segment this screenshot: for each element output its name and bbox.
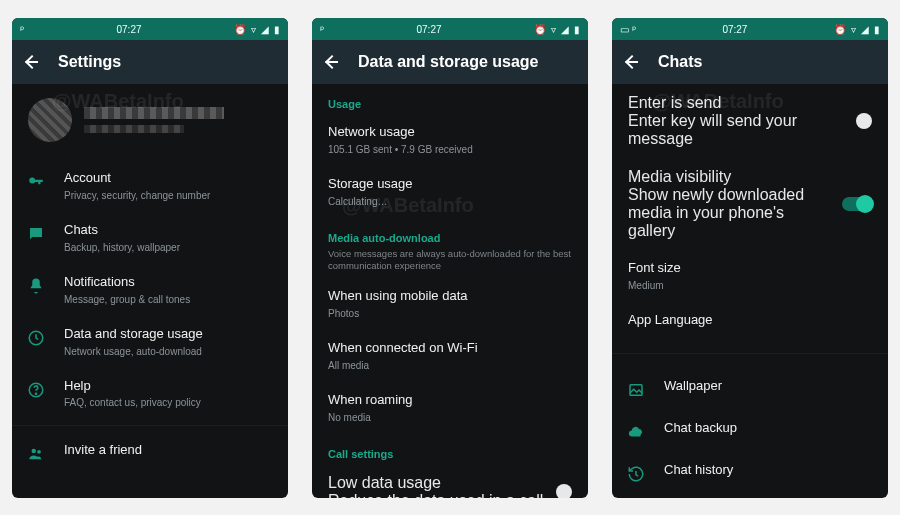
app-bar: Chats xyxy=(612,40,888,84)
item-subtitle: No media xyxy=(328,411,572,424)
divider xyxy=(12,425,288,426)
item-subtitle: Show newly downloaded media in your phon… xyxy=(628,186,832,240)
settings-item-invite[interactable]: Invite a friend xyxy=(12,432,288,474)
item-subtitle: Calculating… xyxy=(328,195,572,208)
status-bar: ᵖ 07:27 ⏰ ▿ ◢ ▮ xyxy=(12,18,288,40)
status-bar: ᵖ 07:27 ⏰ ▿ ◢ ▮ xyxy=(312,18,588,40)
alarm-icon: ⏰ xyxy=(534,24,546,35)
svg-rect-5 xyxy=(630,385,642,396)
item-title: Font size xyxy=(628,260,872,277)
item-title: When connected on Wi-Fi xyxy=(328,340,572,357)
settings-item-notifications[interactable]: Notifications Message, group & call tone… xyxy=(12,264,288,316)
item-title: Network usage xyxy=(328,124,572,141)
status-time: 07:27 xyxy=(722,24,747,35)
avatar xyxy=(28,98,72,142)
chats-wallpaper[interactable]: Wallpaper xyxy=(612,368,888,410)
item-title: When roaming xyxy=(328,392,572,409)
item-title: When using mobile data xyxy=(328,288,572,305)
chats-enter-send[interactable]: Enter is send Enter key will send your m… xyxy=(612,84,888,158)
page-title: Chats xyxy=(658,53,702,71)
status-time: 07:27 xyxy=(116,24,141,35)
item-subtitle: Photos xyxy=(328,307,572,320)
phone-data-storage: ᵖ 07:27 ⏰ ▿ ◢ ▮ Data and storage usage @… xyxy=(312,18,588,498)
status-time: 07:27 xyxy=(416,24,441,35)
back-icon[interactable] xyxy=(24,54,40,70)
item-subtitle: 105.1 GB sent • 7.9 GB received xyxy=(328,143,572,156)
app-bar: Data and storage usage xyxy=(312,40,588,84)
chats-history[interactable]: Chat history xyxy=(612,452,888,494)
profile-status-blurred xyxy=(84,125,184,133)
p-icon: ▭ ᵖ xyxy=(620,24,636,35)
media-mobile[interactable]: When using mobile data Photos xyxy=(312,278,588,330)
image-icon xyxy=(626,380,646,400)
item-title: Media visibility xyxy=(628,168,832,186)
item-subtitle: Enter key will send your message xyxy=(628,112,846,148)
settings-item-account[interactable]: Account Privacy, security, change number xyxy=(12,160,288,212)
settings-item-chats[interactable]: Chats Backup, history, wallpaper xyxy=(12,212,288,264)
item-title: Notifications xyxy=(64,274,272,291)
phone-settings: ᵖ 07:27 ⏰ ▿ ◢ ▮ Settings @WABetaInfo Acc… xyxy=(12,18,288,498)
item-title: Data and storage usage xyxy=(64,326,272,343)
battery-icon: ▮ xyxy=(274,24,280,35)
item-title: Storage usage xyxy=(328,176,572,193)
chats-backup[interactable]: Chat backup xyxy=(612,410,888,452)
signal-icon: ◢ xyxy=(861,24,869,35)
app-bar: Settings xyxy=(12,40,288,84)
p-icon: ᵖ xyxy=(320,24,324,35)
item-subtitle: All media xyxy=(328,359,572,372)
battery-icon: ▮ xyxy=(874,24,880,35)
wifi-icon: ▿ xyxy=(851,24,856,35)
section-call: Call settings xyxy=(312,434,588,464)
alarm-icon: ⏰ xyxy=(234,24,246,35)
phone-chats: ▭ ᵖ 07:27 ⏰ ▿ ◢ ▮ Chats @WABetaInfo Ente… xyxy=(612,18,888,498)
people-icon xyxy=(26,444,46,464)
item-title: Chat history xyxy=(664,462,872,479)
settings-item-help[interactable]: Help FAQ, contact us, privacy policy xyxy=(12,368,288,420)
alarm-icon: ⏰ xyxy=(834,24,846,35)
item-subtitle: Network usage, auto-download xyxy=(64,345,272,358)
key-icon xyxy=(26,172,46,192)
section-media-sub: Voice messages are always auto-downloade… xyxy=(312,248,588,279)
history-icon xyxy=(626,464,646,484)
item-title: Chat backup xyxy=(664,420,872,437)
status-bar: ▭ ᵖ 07:27 ⏰ ▿ ◢ ▮ xyxy=(612,18,888,40)
toggle-off-indicator[interactable] xyxy=(556,484,572,498)
item-subtitle: Reduce the data used in a call xyxy=(328,492,546,498)
svg-point-4 xyxy=(37,450,41,454)
item-title: Wallpaper xyxy=(664,378,872,395)
cloud-icon xyxy=(626,422,646,442)
bell-icon xyxy=(26,276,46,296)
settings-item-data[interactable]: Data and storage usage Network usage, au… xyxy=(12,316,288,368)
item-subtitle: FAQ, contact us, privacy policy xyxy=(64,396,272,409)
svg-point-3 xyxy=(32,449,37,454)
data-icon xyxy=(26,328,46,348)
item-subtitle: Privacy, security, change number xyxy=(64,189,272,202)
item-title: Low data usage xyxy=(328,474,546,492)
usage-network[interactable]: Network usage 105.1 GB sent • 7.9 GB rec… xyxy=(312,114,588,166)
chats-app-language[interactable]: App Language xyxy=(612,302,888,339)
call-low-data[interactable]: Low data usage Reduce the data used in a… xyxy=(312,464,588,498)
item-title: Account xyxy=(64,170,272,187)
switch-on[interactable] xyxy=(842,197,872,211)
svg-point-2 xyxy=(35,393,36,394)
item-title: Enter is send xyxy=(628,94,846,112)
help-icon xyxy=(26,380,46,400)
item-subtitle: Backup, history, wallpaper xyxy=(64,241,272,254)
chats-media-visibility[interactable]: Media visibility Show newly downloaded m… xyxy=(612,158,888,250)
chats-font-size[interactable]: Font size Medium xyxy=(612,250,888,302)
chat-icon xyxy=(26,224,46,244)
profile-row[interactable] xyxy=(12,84,288,160)
media-wifi[interactable]: When connected on Wi-Fi All media xyxy=(312,330,588,382)
usage-storage[interactable]: Storage usage Calculating… xyxy=(312,166,588,218)
back-icon[interactable] xyxy=(324,54,340,70)
section-usage: Usage xyxy=(312,84,588,114)
toggle-off-indicator[interactable] xyxy=(856,113,872,129)
item-title: App Language xyxy=(628,312,872,329)
item-title: Help xyxy=(64,378,272,395)
item-title: Invite a friend xyxy=(64,442,272,459)
profile-name-blurred xyxy=(84,107,224,119)
battery-icon: ▮ xyxy=(574,24,580,35)
item-subtitle: Medium xyxy=(628,279,872,292)
media-roaming[interactable]: When roaming No media xyxy=(312,382,588,434)
back-icon[interactable] xyxy=(624,54,640,70)
